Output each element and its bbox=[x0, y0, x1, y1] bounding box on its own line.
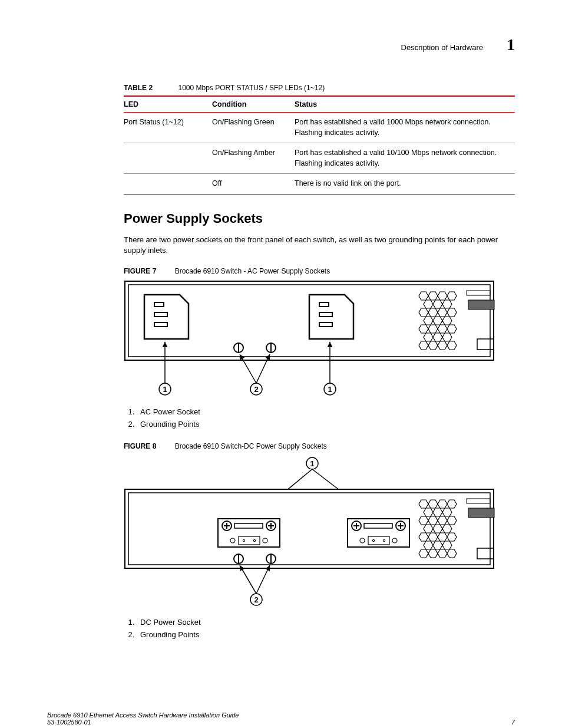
svg-rect-4 bbox=[154, 322, 167, 327]
legend-item: AC Power Socket bbox=[137, 406, 515, 418]
cell-led bbox=[124, 174, 212, 195]
svg-rect-12 bbox=[467, 291, 490, 295]
callout-number: 2 bbox=[254, 385, 258, 394]
table2-label: TABLE 2 bbox=[124, 84, 153, 92]
cell-condition: On/Flashing Green bbox=[212, 113, 295, 143]
svg-rect-7 bbox=[319, 322, 332, 327]
figure7-diagram: 1 2 1 bbox=[124, 280, 515, 400]
figure7-label: FIGURE 7 bbox=[124, 267, 156, 275]
figure8-title: Brocade 6910 Switch-DC Power Supply Sock… bbox=[175, 442, 327, 450]
callout-number: 1 bbox=[310, 459, 314, 468]
cell-status: There is no valid link on the port. bbox=[295, 174, 515, 195]
ac-socket-icon bbox=[144, 295, 189, 339]
page-header: Description of Hardware 1 bbox=[47, 35, 515, 54]
th-status: Status bbox=[295, 96, 515, 113]
cell-led bbox=[124, 143, 212, 174]
table-row: On/Flashing Amber Port has established a… bbox=[124, 143, 515, 174]
figure7-legend: AC Power Socket Grounding Points bbox=[124, 406, 515, 430]
table2-caption: TABLE 2 1000 Mbps PORT STATUS / SFP LEDs… bbox=[124, 84, 515, 92]
figure8-legend: DC Power Socket Grounding Points bbox=[124, 616, 515, 641]
header-chapter-number: 1 bbox=[507, 35, 515, 54]
section-heading: Power Supply Sockets bbox=[124, 211, 515, 226]
svg-rect-14 bbox=[477, 339, 494, 350]
table-row: Off There is no valid link on the port. bbox=[124, 174, 515, 195]
figure8-label: FIGURE 8 bbox=[124, 442, 156, 450]
table2-title: 1000 Mbps PORT STATUS / SFP LEDs (1~12) bbox=[178, 84, 325, 92]
callout-number: 1 bbox=[163, 385, 167, 394]
th-led: LED bbox=[124, 96, 212, 113]
svg-rect-13 bbox=[468, 300, 494, 309]
table-row: Port Status (1~12) On/Flashing Green Por… bbox=[124, 113, 515, 143]
svg-line-17 bbox=[256, 354, 270, 383]
footer-doc-title: Brocade 6910 Ethernet Access Switch Hard… bbox=[47, 711, 239, 719]
svg-line-16 bbox=[240, 354, 256, 383]
figure7-title: Brocade 6910 Switch - AC Power Supply So… bbox=[175, 267, 330, 275]
callout-number: 2 bbox=[254, 595, 258, 604]
svg-rect-58 bbox=[468, 508, 494, 518]
th-condition: Condition bbox=[212, 96, 295, 113]
footer-left: Brocade 6910 Ethernet Access Switch Hard… bbox=[47, 711, 239, 726]
legend-item: Grounding Points bbox=[137, 628, 515, 641]
svg-line-60 bbox=[240, 565, 256, 594]
cell-condition: Off bbox=[212, 174, 295, 195]
svg-rect-5 bbox=[319, 302, 329, 307]
callout-number: 1 bbox=[328, 385, 332, 394]
figure8-caption: FIGURE 8 Brocade 6910 Switch-DC Power Su… bbox=[124, 442, 515, 450]
table2: LED Condition Status Port Status (1~12) … bbox=[124, 95, 515, 195]
header-section-name: Description of Hardware bbox=[401, 43, 483, 52]
section-paragraph: There are two power sockets on the front… bbox=[124, 235, 515, 257]
cell-status: Port has established a valid 1000 Mbps n… bbox=[295, 113, 515, 143]
cell-condition: On/Flashing Amber bbox=[212, 143, 295, 174]
cell-status: Port has established a valid 10/100 Mbps… bbox=[295, 143, 515, 174]
svg-rect-25 bbox=[125, 489, 494, 568]
legend-item: Grounding Points bbox=[137, 418, 515, 430]
ac-socket-icon bbox=[309, 295, 353, 339]
figure7-caption: FIGURE 7 Brocade 6910 Switch - AC Power … bbox=[124, 267, 515, 275]
legend-item: DC Power Socket bbox=[137, 616, 515, 628]
svg-line-61 bbox=[256, 565, 270, 594]
footer-doc-number: 53-1002580-01 bbox=[47, 719, 239, 726]
figure8-diagram: 1 bbox=[124, 455, 515, 610]
svg-rect-6 bbox=[319, 312, 332, 317]
svg-rect-2 bbox=[154, 302, 164, 307]
svg-rect-3 bbox=[154, 312, 167, 317]
footer-page-number: 7 bbox=[511, 719, 515, 726]
page-footer: Brocade 6910 Ethernet Access Switch Hard… bbox=[47, 711, 515, 726]
vent-icon bbox=[419, 292, 457, 350]
cell-led: Port Status (1~12) bbox=[124, 113, 212, 143]
table-header-row: LED Condition Status bbox=[124, 96, 515, 113]
page-content: TABLE 2 1000 Mbps PORT STATUS / SFP LEDs… bbox=[124, 84, 515, 641]
